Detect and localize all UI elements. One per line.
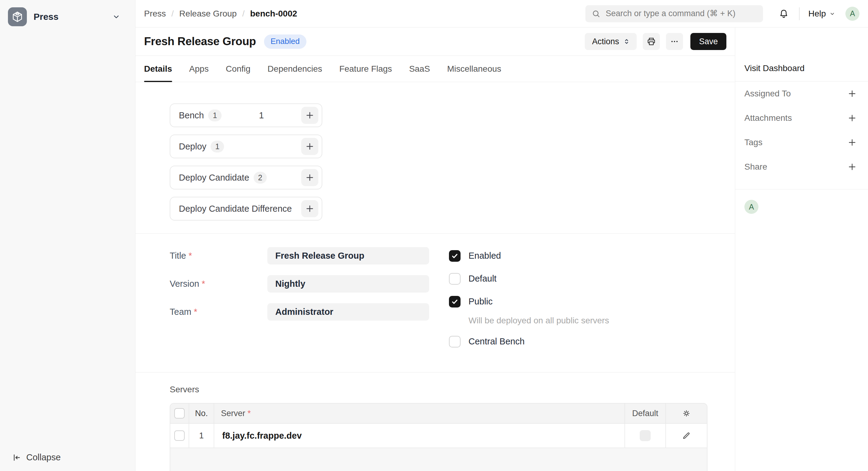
form-row-version: Version xyxy=(170,275,430,293)
help-menu-button[interactable]: Help xyxy=(808,9,836,19)
public-checkbox-row[interactable]: Public xyxy=(449,293,609,310)
left-sidebar: Press Collapse xyxy=(0,0,135,471)
column-header-default: Default xyxy=(625,404,666,423)
column-header-server: Server xyxy=(221,409,251,418)
column-header-no: No. xyxy=(189,404,214,423)
enabled-checkbox-label: Enabled xyxy=(468,251,501,261)
add-bench-button[interactable] xyxy=(301,107,318,124)
search-input[interactable] xyxy=(605,8,757,19)
print-button[interactable] xyxy=(643,33,660,50)
topbar-divider xyxy=(799,7,800,20)
team-field[interactable] xyxy=(267,303,429,321)
link-label: Bench xyxy=(179,110,204,121)
link-count-badge: 2 xyxy=(254,172,267,183)
collapse-icon xyxy=(12,453,21,462)
actions-dropdown-button[interactable]: Actions xyxy=(585,33,637,50)
servers-grid-header: No. Server Default xyxy=(170,404,707,424)
add-deploy-candidate-difference-button[interactable] xyxy=(301,200,318,217)
add-share-button[interactable] xyxy=(845,160,859,174)
workspace: Press / Release Group / bench-0002 xyxy=(135,0,868,471)
tab-miscellaneous[interactable]: Miscellaneous xyxy=(447,56,501,82)
viewer-avatar[interactable]: A xyxy=(744,200,758,214)
breadcrumb-press[interactable]: Press xyxy=(144,9,166,19)
tab-apps[interactable]: Apps xyxy=(189,56,209,82)
body-row: Fresh Release Group Enabled Actions xyxy=(135,28,868,471)
more-options-button[interactable] xyxy=(666,33,683,50)
tab-bar: Details Apps Config Dependencies Feature… xyxy=(135,56,735,82)
server-name-cell[interactable]: f8.jay.fc.frappe.dev xyxy=(214,424,625,447)
enabled-checkbox[interactable] xyxy=(449,250,461,262)
add-deploy-candidate-button[interactable] xyxy=(301,169,318,186)
link-card-bench[interactable]: Bench 1 1 xyxy=(170,103,322,127)
central-bench-checkbox[interactable] xyxy=(449,336,461,347)
edit-row-button[interactable] xyxy=(682,431,691,440)
help-label: Help xyxy=(808,9,826,19)
app-switcher[interactable]: Press xyxy=(0,0,135,34)
select-all-checkbox[interactable] xyxy=(174,408,185,418)
team-field-label: Team xyxy=(170,307,267,317)
chevron-down-icon xyxy=(829,10,836,17)
breadcrumb: Press / Release Group / bench-0002 xyxy=(144,9,297,19)
default-checkbox[interactable] xyxy=(449,273,461,284)
save-button[interactable]: Save xyxy=(690,33,726,50)
servers-section: Servers No. Server Default xyxy=(135,372,735,471)
tab-details[interactable]: Details xyxy=(144,56,172,82)
chevrons-up-down-icon xyxy=(623,37,630,45)
version-field[interactable] xyxy=(267,275,429,293)
tab-dependencies[interactable]: Dependencies xyxy=(268,56,322,82)
servers-section-title: Servers xyxy=(170,385,726,395)
topbar: Press / Release Group / bench-0002 xyxy=(135,0,868,28)
side-panel-footer: A xyxy=(735,190,868,224)
link-card-deploy[interactable]: Deploy 1 xyxy=(170,135,322,158)
add-tag-button[interactable] xyxy=(845,136,859,149)
tab-saas[interactable]: SaaS xyxy=(409,56,430,82)
breadcrumb-release-group[interactable]: Release Group xyxy=(179,9,237,19)
title-field-label: Title xyxy=(170,251,267,261)
user-avatar[interactable]: A xyxy=(845,7,860,21)
add-assignment-button[interactable] xyxy=(845,87,859,100)
form-row-team: Team xyxy=(170,303,430,321)
command-palette-search[interactable] xyxy=(585,5,763,22)
page-title: Fresh Release Group xyxy=(144,35,256,48)
link-label: Deploy xyxy=(179,141,206,152)
row-select-checkbox[interactable] xyxy=(174,430,185,441)
app-root: Press Collapse Press / Release Group / b… xyxy=(0,0,868,471)
notifications-button[interactable] xyxy=(777,7,790,21)
breadcrumb-separator: / xyxy=(172,9,174,19)
visit-dashboard-link[interactable]: Visit Dashboard xyxy=(744,63,805,73)
link-open-count: 1 xyxy=(222,110,301,121)
default-checkbox-row[interactable]: Default xyxy=(449,270,609,288)
document-side-panel: Visit Dashboard Assigned To Attachments … xyxy=(735,28,868,471)
grid-settings-button[interactable] xyxy=(682,409,691,418)
default-checkbox-label: Default xyxy=(468,274,497,284)
add-attachment-button[interactable] xyxy=(845,111,859,125)
share-label: Share xyxy=(744,162,767,172)
details-form-section: Title Version Team xyxy=(135,234,735,372)
ellipsis-icon xyxy=(670,37,679,46)
document-header: Fresh Release Group Enabled Actions xyxy=(135,28,735,56)
tab-feature-flags[interactable]: Feature Flags xyxy=(339,56,392,82)
central-bench-checkbox-row[interactable]: Central Bench xyxy=(449,333,609,350)
server-row: 1 f8.jay.fc.frappe.dev xyxy=(170,424,707,448)
title-field[interactable] xyxy=(267,247,429,265)
collapse-label: Collapse xyxy=(26,452,61,463)
status-badge: Enabled xyxy=(264,34,306,49)
tab-config[interactable]: Config xyxy=(226,56,251,82)
attachments-label: Attachments xyxy=(744,113,792,123)
add-deploy-button[interactable] xyxy=(301,138,318,155)
enabled-checkbox-row[interactable]: Enabled xyxy=(449,247,609,265)
chevron-down-icon xyxy=(112,12,121,21)
default-checkbox-cell[interactable] xyxy=(640,430,651,441)
attachments-row: Attachments xyxy=(735,106,868,130)
public-checkbox[interactable] xyxy=(449,296,461,307)
printer-icon xyxy=(646,37,656,46)
collapse-sidebar-button[interactable]: Collapse xyxy=(12,452,61,463)
central-bench-checkbox-label: Central Bench xyxy=(468,336,525,346)
link-card-deploy-candidate[interactable]: Deploy Candidate 2 xyxy=(170,166,322,190)
assigned-to-row: Assigned To xyxy=(735,81,868,106)
grid-empty-area xyxy=(170,448,707,471)
link-card-deploy-candidate-difference[interactable]: Deploy Candidate Difference xyxy=(170,197,322,221)
app-name: Press xyxy=(34,11,59,22)
form-row-title: Title xyxy=(170,247,430,265)
form-checkbox-column: Enabled Default xyxy=(449,247,609,356)
